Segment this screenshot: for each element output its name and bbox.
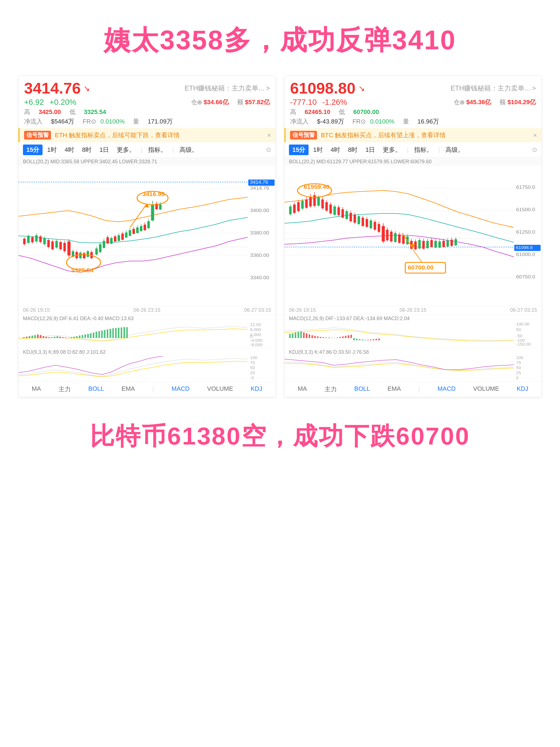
eth-tab-boll[interactable]: BOLL (88, 385, 104, 393)
eth-secret-link[interactable]: ETH赚钱秘籍：主力卖单... > (185, 84, 270, 93)
btc-high-label: 高 (290, 108, 296, 116)
svg-text:61098.8: 61098.8 (516, 246, 533, 250)
svg-rect-265 (317, 336, 319, 338)
btc-tf-indicator[interactable]: 指标。 (411, 145, 436, 155)
svg-rect-287 (378, 339, 380, 340)
eth-tf-icon[interactable]: ⊙ (266, 146, 271, 154)
btc-tf-1d[interactable]: 1日 (362, 145, 378, 155)
eth-chart-area: 3325.54 (19, 166, 275, 306)
btc-tf-advanced[interactable]: 高级。 (442, 145, 467, 155)
eth-change-abs: +6.92 (24, 98, 44, 107)
btc-tab-boll[interactable]: BOLL (354, 385, 370, 393)
svg-rect-121 (87, 334, 89, 338)
btc-tab-macd[interactable]: MACD (437, 385, 456, 393)
svg-text:60750.0: 60750.0 (516, 274, 535, 280)
eth-tab-zhuli[interactable]: 主力 (58, 385, 71, 393)
btc-tf-4h[interactable]: 4时 (327, 145, 344, 155)
svg-rect-276 (348, 335, 349, 338)
svg-rect-266 (320, 337, 321, 338)
btc-timeframe-bar: 15分 1时 4时 8时 1日 更多。 | 指标。 | 高级。 ⊙ (285, 142, 541, 158)
svg-rect-106 (45, 337, 47, 338)
svg-rect-122 (90, 333, 91, 338)
btc-time-1: 06-26 19:15 (289, 307, 316, 313)
svg-text:3340.00: 3340.00 (250, 275, 269, 280)
eth-tf-1h[interactable]: 1时 (44, 145, 60, 155)
btc-volamt-val: 16.96万 (418, 118, 439, 126)
svg-rect-255 (289, 334, 291, 338)
eth-tab-volume[interactable]: VOLUME (207, 385, 233, 393)
btc-signal-close[interactable]: × (533, 131, 537, 139)
eth-timeframe-bar: 15分 1时 4时 8时 1日 更多。 | 指标。 | 高级。 ⊙ (19, 142, 275, 158)
btc-kdj-svg: 100 75 50 25 0 (285, 356, 541, 382)
btc-tab-zhuli[interactable]: 主力 (324, 385, 337, 393)
btc-tf-15m[interactable]: 15分 (289, 145, 309, 155)
btc-fr-val: 0.0100% (370, 118, 395, 125)
svg-text:-50: -50 (516, 334, 522, 338)
btc-tf-8h[interactable]: 8时 (345, 145, 361, 155)
eth-tf-8h[interactable]: 8时 (79, 145, 95, 155)
svg-rect-120 (85, 334, 86, 338)
svg-rect-263 (311, 335, 313, 338)
btc-tf-icon[interactable]: ⊙ (532, 146, 537, 154)
svg-text:12.00: 12.00 (250, 323, 261, 327)
btc-tab-ema[interactable]: EMA (388, 385, 401, 393)
eth-chart-panel: 3414.76 ↘ ETH赚钱秘籍：主力卖单... > +6.92 +0.20%… (18, 76, 276, 397)
svg-text:3414.76: 3414.76 (250, 180, 268, 185)
eth-kdj-label: KDJ(9,3,3) K:89.08 D:82.80 J:101.62 (19, 348, 275, 356)
svg-rect-274 (342, 336, 344, 338)
btc-tf-1h[interactable]: 1时 (310, 145, 326, 155)
eth-chart-svg: 3325.54 (19, 166, 275, 306)
btc-time-3: 06-27 03:15 (510, 307, 537, 313)
eth-tab-ma[interactable]: MA (32, 385, 41, 393)
svg-rect-134 (124, 327, 125, 338)
svg-rect-278 (353, 338, 355, 340)
btc-tab-kdj[interactable]: KDJ (516, 385, 528, 393)
eth-tab-macd[interactable]: MACD (171, 385, 190, 393)
btc-chart-panel: 61098.80 ↘ ETH赚钱秘籍：主力卖单... > -777.10 -1.… (284, 76, 542, 397)
bottom-title: 比特币61380空，成功下跌60700 (0, 403, 560, 475)
eth-signal-close[interactable]: × (267, 131, 271, 139)
svg-rect-125 (98, 331, 100, 338)
btc-tf-more[interactable]: 更多。 (379, 145, 405, 155)
eth-signal-label: 信号预警 (24, 131, 51, 139)
btc-tab-ma[interactable]: MA (298, 385, 307, 393)
btc-netflow-label: 净流入 (290, 118, 309, 126)
eth-tab-ema[interactable]: EMA (122, 385, 135, 393)
btc-bottom-tabs: MA 主力 BOLL EMA | MACD VOLUME KDJ (285, 382, 541, 397)
svg-rect-261 (306, 333, 308, 338)
btc-time-axis: 06-26 19:15 06-26 23:15 06-27 03:15 (285, 306, 541, 314)
eth-tf-indicator[interactable]: 指标。 (145, 145, 170, 155)
eth-time-2: 06-26 23:15 (134, 307, 160, 313)
btc-tab-volume[interactable]: VOLUME (473, 385, 499, 393)
btc-macd-svg: 100.00 50 -50 -100 -150.00 (285, 323, 541, 348)
eth-low-label: 低 (70, 108, 76, 116)
eth-tf-15m[interactable]: 15分 (23, 145, 43, 155)
svg-text:75: 75 (250, 361, 255, 365)
eth-boll-info: BOLL(20,2) MID:3365.58 UPPER:3402.45 LOW… (19, 158, 275, 166)
btc-main-price: 61098.80 (290, 80, 355, 96)
top-title: 姨太3358多，成功反弹3410 (0, 0, 560, 70)
eth-tf-1d[interactable]: 1日 (96, 145, 112, 155)
svg-rect-124 (96, 332, 97, 338)
svg-rect-100 (29, 336, 30, 338)
eth-macd-svg: 12.00 8.000 4.000 0 -4.000 -8.000 (19, 323, 275, 348)
svg-rect-105 (43, 336, 44, 338)
btc-high-val: 62465.10 (304, 108, 330, 116)
btc-kdj-label: KDJ(9,3,3) K:47.86 D:33.50 J:76.58 (285, 348, 541, 356)
eth-tf-more[interactable]: 更多。 (113, 145, 139, 155)
svg-text:-0: -0 (250, 376, 254, 380)
eth-tf-advanced[interactable]: 高级。 (176, 145, 201, 155)
svg-rect-104 (40, 335, 42, 338)
eth-macd-area: MACD(12,26,9) DIF:6.41 DEA:-0.40 MACD:13… (19, 314, 275, 348)
svg-text:61250.0: 61250.0 (516, 229, 535, 235)
svg-rect-275 (345, 336, 347, 338)
eth-tf-4h[interactable]: 4时 (61, 145, 78, 155)
btc-low-val: 60700.00 (353, 108, 379, 116)
eth-tab-kdj[interactable]: KDJ (250, 385, 262, 393)
svg-rect-267 (323, 337, 324, 338)
btc-secret-link[interactable]: ETH赚钱秘籍：主力卖单... > (451, 84, 536, 93)
svg-text:3380.00: 3380.00 (250, 230, 269, 236)
eth-bottom-tabs: MA 主力 BOLL EMA | MACD VOLUME KDJ (19, 382, 275, 397)
svg-text:100: 100 (516, 356, 523, 360)
svg-text:3325.54: 3325.54 (71, 267, 94, 273)
